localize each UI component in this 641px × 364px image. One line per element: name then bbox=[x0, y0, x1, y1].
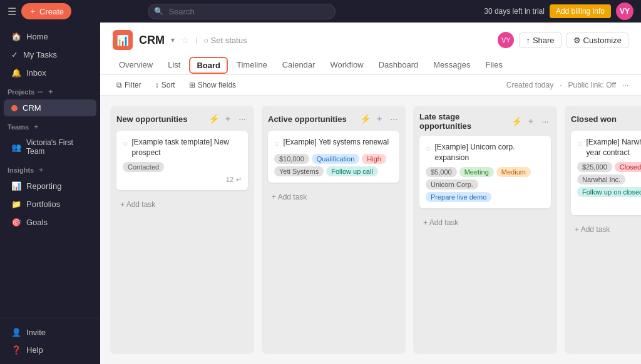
card-tag: $10,000 bbox=[274, 154, 309, 164]
created-text: Created today bbox=[506, 81, 553, 89]
customize-button[interactable]: ⚙ Customize bbox=[567, 33, 628, 48]
column-header-closed-won: Closed won ⚡ ＋ ··· bbox=[571, 112, 641, 126]
tab-board[interactable]: Board bbox=[189, 57, 228, 74]
create-button[interactable]: ＋ Create bbox=[21, 3, 71, 19]
goals-icon: 🎯 bbox=[11, 218, 21, 227]
avatar[interactable]: VY bbox=[616, 3, 633, 20]
topbar: ☰ ＋ Create 🔍 30 days left in trial Add b… bbox=[0, 0, 641, 23]
sidebar-item-my-tasks[interactable]: ✓ My Tasks bbox=[4, 46, 96, 63]
add-col-button[interactable]: ＋ bbox=[373, 112, 386, 126]
arrow-icon: ↵ bbox=[236, 176, 242, 184]
project-dropdown-button[interactable]: ▾ bbox=[171, 36, 175, 44]
add-task-button[interactable]: + Add task bbox=[116, 198, 248, 211]
column-active-opportunities: Active opportunities ⚡ ＋ ··· ○[Example] … bbox=[262, 106, 406, 354]
more-col-button[interactable]: ··· bbox=[540, 115, 551, 128]
set-status-button[interactable]: ○ Set status bbox=[203, 36, 247, 45]
card-title-text: [Example] Unicorn corp. expansion bbox=[434, 142, 545, 163]
sidebar-item-inbox[interactable]: 🔔 Inbox bbox=[4, 64, 96, 81]
add-insights-button[interactable]: ＋ bbox=[38, 165, 44, 174]
tab-overview[interactable]: Overview bbox=[113, 56, 159, 74]
billing-button[interactable]: Add billing info bbox=[550, 4, 611, 18]
project-header: 📊 CRM ▾ ☆ | ○ Set status VY ↑ Share ⚙ bbox=[100, 23, 641, 75]
card-footer: 12↵ bbox=[123, 176, 242, 184]
card-tag: Narwhal Inc. bbox=[577, 174, 625, 185]
search-input[interactable] bbox=[148, 4, 336, 19]
card-tag: Closed bbox=[615, 162, 641, 172]
column-title: Closed won bbox=[571, 114, 641, 124]
card-footer: 1↵ bbox=[577, 201, 641, 209]
home-icon: 🏠 bbox=[11, 32, 21, 41]
header-actions: VY ↑ Share ⚙ Customize bbox=[498, 32, 628, 48]
tab-dashboard[interactable]: Dashboard bbox=[372, 56, 425, 74]
favorite-icon[interactable]: ☆ bbox=[181, 35, 189, 45]
tab-messages[interactable]: Messages bbox=[427, 56, 476, 74]
public-link-text[interactable]: Public link: Off bbox=[568, 81, 616, 89]
lightning-icon[interactable]: ⚡ bbox=[360, 114, 371, 124]
lightning-icon[interactable]: ⚡ bbox=[511, 116, 522, 126]
share-button[interactable]: ↑ Share bbox=[519, 33, 561, 48]
card-tag: Contacted bbox=[123, 162, 164, 172]
main-layout: 🏠 Home ✓ My Tasks 🔔 Inbox Projects ··· ＋… bbox=[0, 23, 641, 364]
more-col-button[interactable]: ··· bbox=[237, 113, 248, 125]
add-task-button[interactable]: + Add task bbox=[571, 223, 641, 236]
check-circle-icon: ○ bbox=[577, 138, 582, 150]
more-col-button[interactable]: ··· bbox=[388, 113, 399, 125]
tab-files[interactable]: Files bbox=[479, 56, 508, 74]
divider: | bbox=[195, 36, 197, 44]
card-title-text: [Example] Narwhal convert to 3 year cont… bbox=[586, 137, 641, 158]
add-task-button[interactable]: + Add task bbox=[268, 190, 399, 204]
sidebar-item-reporting[interactable]: 📊 Reporting bbox=[4, 178, 96, 195]
lightning-icon[interactable]: ⚡ bbox=[208, 114, 219, 124]
sidebar-item-help[interactable]: ❓ Help bbox=[4, 341, 96, 358]
sidebar-item-goals[interactable]: 🎯 Goals bbox=[4, 214, 96, 231]
sidebar-item-home[interactable]: 🏠 Home bbox=[4, 28, 96, 45]
add-task-button[interactable]: + Add task bbox=[419, 216, 551, 230]
sort-button[interactable]: ↕ Sort bbox=[151, 79, 179, 91]
header-avatar[interactable]: VY bbox=[498, 32, 514, 48]
card-tags: Contacted bbox=[123, 162, 242, 172]
sidebar: 🏠 Home ✓ My Tasks 🔔 Inbox Projects ··· ＋… bbox=[0, 23, 100, 364]
more-options-icon[interactable]: ··· bbox=[622, 81, 628, 89]
crm-dot bbox=[11, 105, 18, 111]
card[interactable]: ○[Example] Unicorn corp. expansion$5,000… bbox=[419, 136, 551, 208]
card[interactable]: ○[Example] Narwhal convert to 3 year con… bbox=[571, 131, 641, 215]
sidebar-item-invite[interactable]: 👤 Invite bbox=[4, 324, 96, 341]
card-tag: Medium bbox=[496, 167, 531, 177]
tab-timeline[interactable]: Timeline bbox=[230, 56, 274, 74]
sidebar-item-portfolios[interactable]: 📁 Portfolios bbox=[4, 196, 96, 213]
show-fields-button[interactable]: ⊞ Show fields bbox=[185, 79, 240, 91]
card-tag: Follow up call bbox=[326, 166, 378, 176]
card[interactable]: ○[Example] Yeti systems renewal$10,000Qu… bbox=[268, 131, 399, 183]
add-col-button[interactable]: ＋ bbox=[222, 112, 234, 126]
card-tag: Meeting bbox=[459, 167, 494, 177]
add-col-button[interactable]: ＋ bbox=[525, 114, 537, 128]
tab-workflow[interactable]: Workflow bbox=[324, 56, 369, 74]
toolbar: ⧉ Filter ↕ Sort ⊞ Show fields Created to… bbox=[100, 75, 641, 96]
sliders-icon: ⚙ bbox=[573, 36, 581, 45]
column-header-new-opportunities: New opportunities ⚡ ＋ ··· bbox=[116, 112, 248, 126]
card-tag: High bbox=[362, 154, 386, 164]
projects-dots[interactable]: ··· bbox=[37, 88, 43, 96]
sidebar-item-team[interactable]: 👥 Victoria's First Team bbox=[4, 134, 96, 159]
tab-calendar[interactable]: Calendar bbox=[276, 56, 322, 74]
add-project-button[interactable]: ＋ bbox=[47, 87, 54, 96]
tab-list[interactable]: List bbox=[162, 56, 187, 74]
card[interactable]: ○[Example task template] New prospectCon… bbox=[116, 131, 248, 190]
menu-icon[interactable]: ☰ bbox=[8, 6, 16, 18]
tabs: Overview List Board Timeline Calendar Wo… bbox=[113, 56, 628, 74]
sidebar-item-crm[interactable]: CRM bbox=[4, 99, 96, 116]
card-tags: $5,000MeetingMediumUnicorn Corp.Prepare … bbox=[426, 167, 545, 202]
project-icon: 📊 bbox=[113, 30, 133, 50]
card-tags: $25,000ClosedHighNarwhal Inc.Follow up o… bbox=[577, 162, 641, 197]
help-icon: ❓ bbox=[11, 345, 21, 355]
card-title-text: [Example] Yeti systems renewal bbox=[283, 137, 389, 148]
column-late-stage-opportunities: Late stage opportunities ⚡ ＋ ··· ○[Examp… bbox=[413, 106, 557, 354]
add-team-button[interactable]: ＋ bbox=[33, 122, 39, 131]
column-title: Active opportunities bbox=[268, 114, 356, 124]
card-tag: $25,000 bbox=[577, 162, 612, 172]
card-tag: Unicorn Corp. bbox=[426, 179, 478, 190]
column-header-active-opportunities: Active opportunities ⚡ ＋ ··· bbox=[268, 112, 399, 126]
filter-icon: ⧉ bbox=[116, 81, 122, 89]
filter-button[interactable]: ⧉ Filter bbox=[113, 79, 145, 91]
col-actions: ⚡ ＋ ··· bbox=[208, 112, 248, 126]
